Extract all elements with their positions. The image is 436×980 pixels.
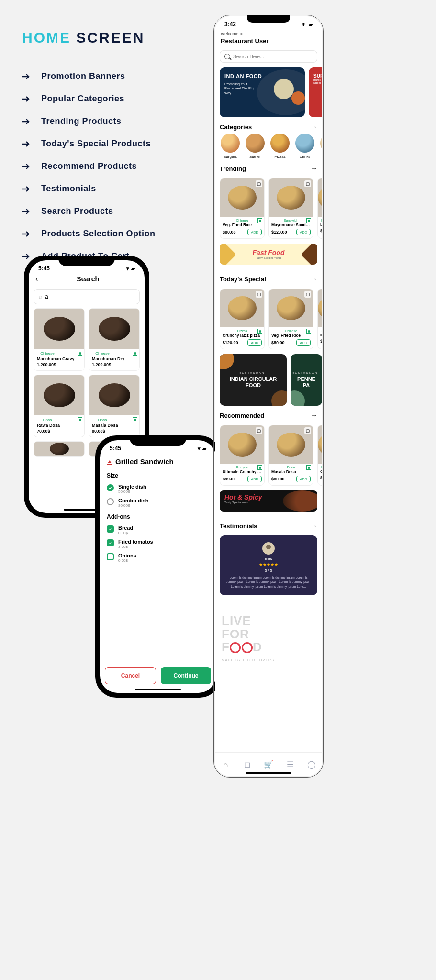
result-card[interactable]: DosaRawa Dosa70.00$ <box>34 375 85 437</box>
category-image <box>295 134 314 153</box>
home-search[interactable]: Search Here... <box>220 50 317 63</box>
card-category: Chin <box>320 329 322 333</box>
checkbox-icon: ✓ <box>107 539 114 546</box>
feature-label: Products Selection Option <box>41 229 156 239</box>
promo-banner-2[interactable]: SUP Burge Speci <box>309 67 322 117</box>
product-card[interactable]: ▢BurgChe$ <box>317 425 322 486</box>
banner1-sub: Promoting Your Restaurant The Right Way <box>224 82 262 95</box>
product-card[interactable]: ▢BurgLazi$30 <box>317 178 322 239</box>
category-image <box>270 134 290 153</box>
card-price: 1,200.00$ <box>92 362 136 367</box>
veg-icon <box>257 329 262 334</box>
product-card[interactable]: ▢ChineseVeg. Fried Rice$80.00ADD <box>268 289 313 349</box>
category-label: Dess <box>319 155 322 159</box>
bookmark-icon[interactable]: ▢ <box>322 180 322 187</box>
tab-profile[interactable]: ◯ <box>307 760 316 769</box>
card-category: Sandwich <box>271 219 311 222</box>
card-name: Che <box>320 469 322 474</box>
home-indicator <box>135 689 181 690</box>
feature-label: Promotion Banners <box>41 71 125 81</box>
testimonial-card: mac ★★★★★ 5 / 5 Lorem is dummy ipsum Lor… <box>220 535 317 595</box>
cancel-button[interactable]: Cancel <box>105 667 156 684</box>
arrow-icon <box>22 118 33 125</box>
add-button[interactable]: ADD <box>247 229 262 235</box>
result-card[interactable]: ChineseManchurian Gravy1,200.00$ <box>34 308 85 371</box>
bookmark-icon[interactable]: ▢ <box>322 427 322 434</box>
bookmark-icon[interactable]: ▢ <box>304 427 311 434</box>
tab-cart[interactable]: 🛒 <box>264 760 273 769</box>
promo-banner-1[interactable]: INDIAN FOOD Promoting Your Restaurant Th… <box>220 67 305 117</box>
bookmark-icon[interactable]: ▢ <box>256 180 262 187</box>
recommended-more-icon[interactable]: → <box>311 412 317 419</box>
hotspicy-title: Hot & Spicy <box>224 493 313 501</box>
feature-label: Trending Products <box>41 116 122 126</box>
promo-penne[interactable]: RESTAURANT PENNE PA <box>291 354 322 406</box>
wifi-icon: ᯤ <box>302 22 307 27</box>
feature-label: Popular Categories <box>41 94 124 104</box>
fastfood-sub: Tasty Special menu <box>256 256 281 259</box>
size-option[interactable]: Single dish50.00$ <box>100 482 216 496</box>
bookmark-icon[interactable]: ▢ <box>256 427 262 434</box>
fastfood-banner[interactable]: Fast Food Tasty Special menu <box>220 244 317 265</box>
product-card[interactable]: ▢BurgersUltimate Crunchy Bur…$99.00ADD <box>220 425 265 486</box>
battery-icon: ▰ <box>202 445 206 452</box>
checkbox-icon: ✓ <box>107 525 114 533</box>
add-button[interactable]: ADD <box>247 476 262 482</box>
category-image <box>221 134 240 153</box>
add-button[interactable]: ADD <box>247 339 262 346</box>
promo-indian-food[interactable]: RESTAURANT INDIAN CIRCULAR FOOD <box>220 354 287 406</box>
category-item[interactable]: Dess <box>319 134 322 159</box>
star-icon: ★★★★★ <box>224 562 313 567</box>
category-image <box>320 134 322 153</box>
testimonials-more-icon[interactable]: → <box>311 522 317 530</box>
product-card[interactable]: ▢ChineseVeg. Fried Rice$80.00ADD <box>220 178 265 239</box>
addon-option[interactable]: ✓Bread0.00$ <box>100 523 216 537</box>
search-input[interactable] <box>45 293 134 300</box>
size-option[interactable]: Combo dish80.00$ <box>100 496 216 510</box>
tab-home[interactable]: ⌂ <box>221 760 230 769</box>
add-button[interactable]: ADD <box>296 229 311 235</box>
special-more-icon[interactable]: → <box>311 275 317 283</box>
recommended-label: Recommended <box>220 412 264 419</box>
bookmark-icon[interactable]: ▢ <box>304 180 311 187</box>
bookmark-icon[interactable]: ▢ <box>322 291 322 298</box>
add-button[interactable]: ADD <box>296 476 311 482</box>
tab-bookmark[interactable]: ◻ <box>242 760 252 769</box>
home-indicator <box>246 772 291 774</box>
bookmark-icon[interactable]: ▢ <box>256 291 262 298</box>
category-item[interactable]: Drinks <box>294 134 315 159</box>
categories-more-icon[interactable]: → <box>311 123 317 131</box>
result-card[interactable] <box>34 441 85 457</box>
category-item[interactable]: Pizzas <box>269 134 291 159</box>
trending-more-icon[interactable]: → <box>311 165 317 172</box>
continue-button[interactable]: Continue <box>161 667 211 684</box>
product-card[interactable]: ▢ChinMan$1,2 <box>317 289 322 349</box>
addon-option[interactable]: ✓Fried tomatos3.00$ <box>100 537 216 551</box>
result-card[interactable]: DosaMasala Dosa80.00$ <box>89 375 140 437</box>
card-category: Dosa <box>37 418 58 422</box>
add-button[interactable]: ADD <box>296 339 311 346</box>
status-time: 5:45 <box>110 445 121 452</box>
product-card[interactable]: ▢SandwichMayonnaise Sandwich$120.00ADD <box>268 178 313 239</box>
motto-made: MADE BY FOOD LOVERS <box>222 658 315 662</box>
welcome-label: Welcome to <box>221 32 316 36</box>
card-category: Chinese <box>223 219 262 222</box>
banner2-title: SUP <box>313 73 322 78</box>
category-item[interactable]: Burgers <box>220 134 241 159</box>
search-input-wrap[interactable]: ⌕ <box>34 289 140 304</box>
product-card[interactable]: ▢DosaMasala Dosa$80.00ADD <box>268 425 313 486</box>
veg-icon <box>306 465 311 470</box>
feature-item: Search Products <box>22 206 185 216</box>
feature-item: Trending Products <box>22 116 185 126</box>
tab-orders[interactable]: ☰ <box>285 760 295 769</box>
hotspicy-banner[interactable]: Hot & Spicy Tasty Special menu <box>220 490 317 512</box>
veg-icon <box>133 351 137 356</box>
size-label: Size <box>100 468 216 482</box>
bookmark-icon[interactable]: ▢ <box>304 291 311 298</box>
arrow-icon <box>22 231 33 237</box>
product-card[interactable]: ▢PizzasCrunchy laziz pizza$120.00ADD <box>220 289 265 349</box>
category-item[interactable]: Starter <box>245 134 266 159</box>
card-name: Masala Dosa <box>92 423 136 428</box>
result-card[interactable]: ChineseManchurian Dry1,200.00$ <box>89 308 140 371</box>
addon-option[interactable]: Onions0.00$ <box>100 551 216 565</box>
